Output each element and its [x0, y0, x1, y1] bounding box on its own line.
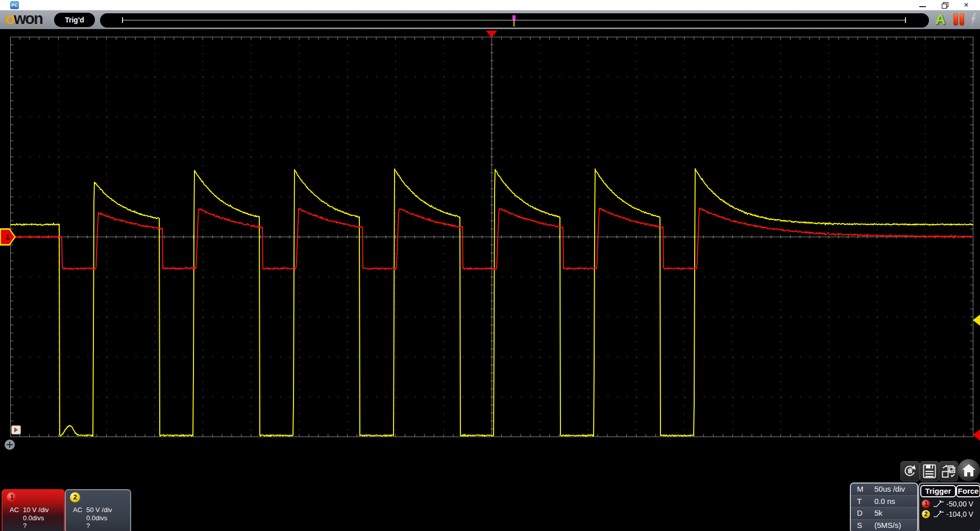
- trigger-time-marker-icon[interactable]: [486, 31, 497, 38]
- close-icon[interactable]: ×: [962, 0, 971, 10]
- sample-rate-value: (5MS/s): [874, 520, 901, 531]
- ch1-trigger-level-marker-icon[interactable]: [973, 429, 980, 441]
- trigger-button[interactable]: Trigger: [920, 485, 956, 497]
- add-zoom-button[interactable]: [5, 440, 15, 450]
- auto-mode-icon[interactable]: A: [935, 11, 945, 28]
- acquisition-panel: M 50us /div T 0.0 ns D 5k S (5MS/s): [850, 482, 918, 531]
- horizontal-position-bar[interactable]: [100, 13, 929, 28]
- export-swap-icon: [941, 464, 956, 478]
- lightning-icon: [970, 13, 977, 26]
- trigger-position-marker[interactable]: [512, 15, 516, 20]
- save-button[interactable]: [920, 461, 939, 481]
- recall-button[interactable]: [900, 461, 920, 481]
- ch1-trigger-level-value: -50,00 V: [946, 500, 973, 508]
- graticule-and-traces: [10, 37, 973, 437]
- record-depth-row: D 5k: [851, 508, 917, 520]
- ch2-offset: 0.0divs: [86, 514, 107, 522]
- channel2-panel[interactable]: 2 AC 50 V /div 0.0divs ?: [65, 489, 131, 531]
- ch1-trigger-level-row: 1 -50,00 V: [919, 499, 980, 509]
- ch2-badge: 2: [922, 510, 930, 518]
- home-icon: [962, 464, 975, 476]
- channel2-badge: 2: [70, 492, 80, 502]
- ch2-scale: 50 V /div: [86, 506, 112, 514]
- window-titlebar: PC ×: [0, 0, 980, 10]
- ch1-frequency: ?: [23, 522, 27, 529]
- channel-zero-markers[interactable]: 1: [0, 228, 17, 246]
- rising-edge-icon: [933, 510, 944, 518]
- timebase-row: M 50us /div: [851, 484, 917, 496]
- trigger-delay-value: 0.0 ns: [874, 496, 895, 508]
- app-icon: PC: [10, 1, 19, 9]
- ch1-scale: 10 V /div: [23, 506, 49, 514]
- play-icon: [14, 427, 18, 432]
- rising-edge-icon: [933, 500, 944, 508]
- export-button[interactable]: [939, 461, 958, 481]
- minimize-icon[interactable]: [919, 6, 926, 7]
- force-button[interactable]: Force: [956, 485, 980, 497]
- ch1-coupling: AC: [10, 506, 19, 514]
- channel1-badge: 1: [7, 492, 17, 502]
- ch2-trigger-level-marker-icon[interactable]: [973, 315, 980, 326]
- restore-icon[interactable]: [942, 2, 948, 9]
- recall-home-icon: [902, 464, 918, 479]
- play-button[interactable]: [11, 425, 21, 435]
- ch2-frequency: ?: [86, 522, 90, 529]
- channel1-panel[interactable]: 1 AC 10 V /div 0.0divs ?: [2, 489, 65, 531]
- ch2-trigger-level-value: -104,0 V: [946, 510, 973, 518]
- record-end-tick: [905, 17, 906, 23]
- ch1-badge: 1: [922, 500, 930, 508]
- home-button[interactable]: [958, 459, 980, 481]
- record-depth-value: 5k: [874, 508, 883, 519]
- svg-text:1: 1: [6, 233, 10, 241]
- trigger-position-tail: [513, 20, 514, 27]
- sample-rate-row: S (5MS/s): [851, 520, 917, 531]
- trigger-delay-row: T 0.0 ns: [851, 496, 917, 508]
- record-start-tick: [122, 17, 123, 23]
- trigger-panel: Trigger Force 1 -50,00 V 2 -104,0 V: [918, 482, 980, 531]
- owon-logo: owon: [5, 10, 42, 28]
- timebase-value: 50us /div: [874, 484, 905, 495]
- ch1-offset: 0.0divs: [23, 514, 44, 522]
- ch2-trigger-level-row: 2 -104,0 V: [919, 510, 980, 519]
- trigger-status-badge: Trig'd: [54, 13, 95, 27]
- save-floppy-icon: [923, 464, 936, 478]
- run-stop-pause-icon[interactable]: [953, 13, 966, 26]
- ch2-coupling: AC: [73, 506, 82, 514]
